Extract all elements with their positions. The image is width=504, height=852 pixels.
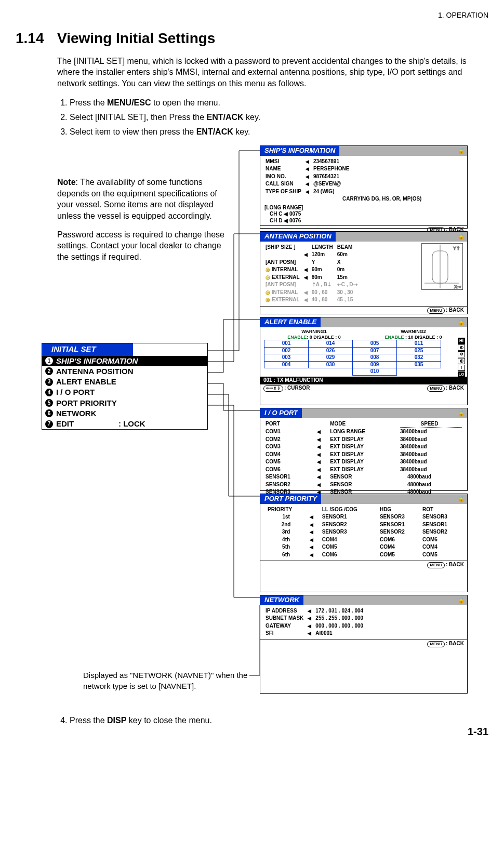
step-4: Press the DISP key to close the menu. <box>70 715 488 726</box>
menu-item-ships-information[interactable]: 1 SHIP'S INFORMATION <box>42 356 207 366</box>
ships-info-table: MMSI◀234567891 NAME◀PERSEPHONE IMO NO.◀9… <box>264 157 353 196</box>
antenna-position-panel: ANTENNA POSITION🔒 Y⇡ X⇢ [SHIP SIZE ]LENG… <box>260 231 468 314</box>
bullet-icon: 3 <box>45 378 53 386</box>
steps-list-cont: Press the DISP key to close the menu. <box>57 715 488 726</box>
menu-item-io-port[interactable]: 4 I / O PORT <box>42 387 207 397</box>
network-note: Displayed as "NETWORK (NAVNET)" when the… <box>83 670 249 691</box>
step-1: Press the MENU/ESC to open the menu. <box>70 97 488 109</box>
chapter-header: 1. OPERATION <box>16 10 488 20</box>
step-3: Select item to view then press the ENT/A… <box>70 126 488 138</box>
initial-set-menu: INITIAL SET 1 SHIP'S INFORMATION 2 ANTEN… <box>42 343 208 430</box>
svg-text:Y⇡: Y⇡ <box>453 246 460 251</box>
note-box: Note: The availability of some functions… <box>57 177 229 262</box>
svg-text:X⇢: X⇢ <box>454 284 461 289</box>
hi-lo-scale: HI◐⊘◐! LO <box>458 338 465 378</box>
network-panel: NETWORK🔒 IP ADDRESS◀172 . 031 . 024 . 00… <box>260 595 468 694</box>
bullet-icon: 2 <box>45 367 53 375</box>
bullet-icon: 7 <box>45 420 53 428</box>
menu-item-port-priority[interactable]: 5 PORT PRIORITY <box>42 398 207 408</box>
alert-enable-panel: ALERT ENABLE🔒 HI◐⊘◐! LO WARNING1WARNING2… <box>260 317 468 405</box>
bullet-icon: 6 <box>45 409 53 417</box>
initial-set-title: INITIAL SET <box>42 343 133 355</box>
step-2: Select [INITIAL SET], then Press the ENT… <box>70 112 488 123</box>
menu-item-edit[interactable]: 7 EDIT : LOCK <box>42 419 207 429</box>
lock-icon: 🔒 <box>457 318 465 326</box>
ships-information-panel: SHIP'S INFORMATION🔒 MMSI◀234567891 NAME◀… <box>260 145 468 229</box>
diagram-area: Note: The availability of some functions… <box>16 145 488 707</box>
menu-item-alert-enable[interactable]: 3 ALERT ENABLE <box>42 377 207 387</box>
lock-icon: 🔒 <box>457 495 465 503</box>
lock-icon: 🔒 <box>457 233 465 241</box>
io-port-panel: I / O PORT🔒 PORTMODESPEED COM1◀LONG RANG… <box>260 408 468 491</box>
lock-icon: 🔒 <box>457 147 465 155</box>
antenna-diagram-icon: Y⇡ X⇢ <box>421 243 463 290</box>
bullet-icon: 1 <box>45 357 53 365</box>
bullet-icon: 4 <box>45 389 53 396</box>
section-number: 1.14 <box>16 29 57 48</box>
bullet-icon: 5 <box>45 399 53 407</box>
steps-list: Press the MENU/ESC to open the menu. Sel… <box>57 97 488 137</box>
page-number: 1-31 <box>468 725 488 739</box>
section-title: Viewing Initial Settings <box>57 30 215 46</box>
menu-item-network[interactable]: 6 NETWORK <box>42 408 207 419</box>
section-heading: 1.14Viewing Initial Settings <box>16 29 488 48</box>
intro-paragraph: The [INITIAL SET] menu, which is locked … <box>57 56 488 89</box>
lock-icon: 🔒 <box>457 409 465 417</box>
menu-item-antenna-position[interactable]: 2 ANTENNA POSITION <box>42 366 207 377</box>
port-priority-panel: PORT PRIORITY🔒 PRIORITYLL /SOG /COGHDGRO… <box>260 494 468 592</box>
lock-icon: 🔒 <box>457 596 465 604</box>
